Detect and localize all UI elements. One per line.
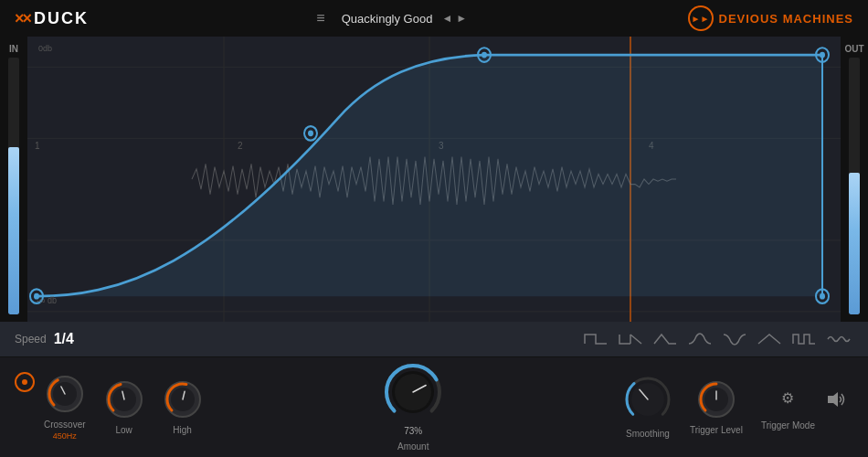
controls-bar: Crossover 450Hz Low High 73% Amount Smo (0, 356, 868, 457)
header-center: ≡ Quackingly Good ◄ ► (309, 6, 467, 30)
shape-button-step[interactable] (789, 329, 819, 349)
brand-name: DEVIOUS MACHINES (719, 12, 853, 26)
svg-point-17 (482, 52, 487, 58)
waveform-area[interactable]: 0db 1 2 3 4 (27, 37, 841, 322)
shape-button-wavy[interactable] (824, 329, 853, 349)
power-dot (22, 379, 27, 385)
low-label: Low (115, 425, 132, 435)
low-knob-group: Low (104, 379, 144, 435)
crossover-label: Crossover (44, 420, 86, 430)
power-button[interactable] (15, 372, 35, 392)
svg-point-22 (820, 293, 825, 300)
low-knob[interactable] (104, 379, 144, 420)
preset-prev-button[interactable]: ◄ (441, 12, 452, 25)
settings-button[interactable]: ⚙ (774, 384, 801, 411)
high-label: High (173, 425, 192, 435)
svg-point-15 (308, 131, 313, 137)
speed-value: 1/4 (54, 331, 74, 347)
brand-icon: ►► (688, 5, 714, 31)
logo-icon: ×× (15, 9, 30, 28)
svg-marker-25 (828, 392, 838, 407)
out-meter-bar (849, 58, 860, 314)
shape-button-triangle[interactable] (755, 329, 784, 349)
menu-button[interactable]: ≡ (309, 6, 332, 30)
shape-button-square[interactable] (581, 329, 610, 349)
amount-label: Amount (397, 441, 429, 452)
high-knob-group: High (163, 379, 203, 435)
crossover-knob-group: Crossover 450Hz (44, 374, 86, 441)
smoothing-knob[interactable] (624, 376, 672, 423)
in-label: IN (9, 44, 18, 54)
volume-button[interactable] (822, 386, 850, 413)
app-container: ×× DUCK ≡ Quackingly Good ◄ ► ►► DEVIOUS… (0, 0, 868, 457)
crossover-sublabel: 450Hz (53, 431, 77, 441)
out-meter: OUT (841, 37, 868, 322)
header: ×× DUCK ≡ Quackingly Good ◄ ► ►► DEVIOUS… (0, 0, 868, 37)
smoothing-label: Smoothing (626, 429, 670, 439)
trigger-level-label: Trigger Level (690, 425, 743, 435)
svg-text:1: 1 (35, 139, 40, 151)
svg-text:2: 2 (238, 139, 243, 151)
high-knob[interactable] (163, 379, 203, 420)
amount-percent: 73% (404, 426, 422, 436)
crossover-knob[interactable] (45, 374, 85, 414)
amount-knob[interactable] (384, 363, 442, 421)
header-right: ►► DEVIOUS MACHINES (688, 5, 853, 31)
out-label: OUT (844, 44, 863, 54)
transport-bar: Speed 1/4 (0, 322, 868, 356)
preset-nav[interactable]: ◄ ► (441, 12, 467, 25)
speed-label: Speed (15, 333, 47, 345)
shape-button-bump[interactable] (685, 329, 715, 349)
trigger-mode-label: Trigger Mode (761, 420, 815, 430)
smoothing-knob-group: Smoothing (624, 376, 672, 439)
shape-buttons (581, 329, 853, 349)
brand-badge: ►► DEVIOUS MACHINES (688, 5, 853, 31)
in-meter-fill (8, 147, 19, 314)
amount-knob-group: 73% Amount (384, 363, 442, 452)
preset-next-button[interactable]: ► (456, 12, 467, 25)
shape-button-decay[interactable] (616, 329, 645, 349)
in-meter: IN (0, 37, 27, 322)
preset-name: Quackingly Good (342, 12, 433, 26)
trigger-level-knob-group: Trigger Level (690, 379, 743, 435)
svg-text:-∞ db: -∞ db (37, 294, 57, 305)
main-area: IN 0db 1 2 3 4 (0, 37, 868, 322)
trigger-level-knob[interactable] (696, 379, 736, 420)
logo: ×× DUCK (15, 9, 89, 28)
shape-button-trough[interactable] (720, 329, 749, 349)
logo-text: DUCK (34, 9, 89, 28)
header-left: ×× DUCK (15, 9, 89, 28)
waveform-svg: 1 2 3 4 (27, 37, 841, 322)
shape-button-attack-decay[interactable] (651, 329, 680, 349)
in-meter-bar (8, 58, 19, 314)
out-meter-fill (849, 173, 860, 314)
crossover-group: Crossover 450Hz (18, 374, 86, 441)
